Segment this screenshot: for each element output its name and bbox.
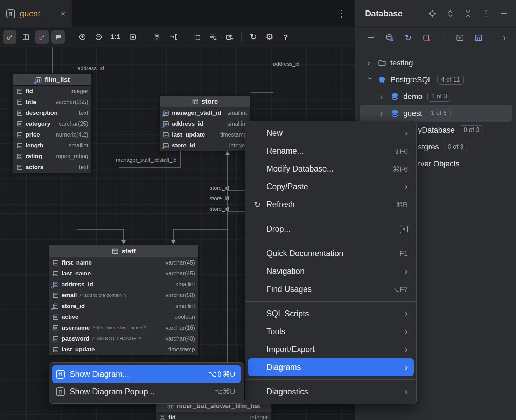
column-icon [16,164,23,170]
tree-item-postgresql[interactable]: › PostgreSQL 4 of 11 [360,71,512,88]
table-column-row[interactable]: password /* DO NOT CHANGE */ varchar(40) [49,333,198,344]
copy-diagram-button[interactable] [190,30,204,44]
table-column-row[interactable]: store_id smallint [49,301,198,312]
close-icon[interactable]: × [61,9,65,19]
export-diagram-button[interactable] [223,30,236,44]
menu-item-show-diagram[interactable]: ⇈ Show Diagram... ⌥⇧⌘U [52,365,241,383]
menu-item[interactable] [245,379,416,380]
table-column-row[interactable]: first_name varchar(45) [49,257,198,268]
menu-item[interactable]: Tools › [248,323,414,341]
chevron-right-icon[interactable]: › [380,93,386,101]
menu-item-show-diagram-popup[interactable]: ⇈ Show Diagram Popup... ⌥⌘U [52,383,241,400]
menu-item[interactable]: Find Usages ⌥F7 [248,280,414,298]
table-column-row[interactable]: address_id smallint [49,279,198,290]
fit-content-button[interactable] [126,30,139,44]
table-column-row[interactable]: email /* add to the domain */ varchar(50… [49,290,198,301]
menu-item[interactable]: Copy/Paste › [248,178,414,196]
database-panel-toolbar: ↻ › [355,27,516,48]
query-console-icon[interactable] [455,33,465,42]
column-icon [53,281,59,288]
table-view-icon[interactable] [474,33,483,42]
menu-item-shortcut: › [405,345,408,354]
folder-icon [378,59,386,67]
table-header[interactable]: film_list [13,74,91,86]
menu-item[interactable]: Diagrams › [248,358,414,376]
tree-item-demo[interactable]: › demo 1 of 3 [360,88,512,105]
expand-all-icon[interactable] [446,9,455,18]
table-column-row[interactable]: category varchar(25) [13,118,91,129]
table-staff[interactable]: staff first_name varchar(45) [49,245,198,355]
table-column-row[interactable]: price numeric(4,2) [13,129,91,140]
table-column-row[interactable]: manager_staff_id smallint [160,107,250,118]
toggle-key-columns-button[interactable] [3,30,16,44]
menu-item[interactable]: Drop... [248,220,414,238]
chevron-right-icon[interactable]: › [367,59,374,67]
add-data-source-icon[interactable] [367,33,376,42]
column-icon [53,325,59,331]
table-column-row[interactable]: active boolean [49,312,198,322]
toggle-comments-button[interactable] [51,30,65,44]
table-column-row[interactable]: rating mpaa_rating [13,151,91,162]
menu-item-shortcut: › [405,128,408,138]
diagram-toolbar: 1:1 ↻ ⚙ ? [0,27,355,47]
toolbar-separator [145,33,145,42]
menu-item[interactable]: New › [248,124,414,142]
menu-item[interactable]: Import/Export › [248,341,414,358]
panel-more-options-icon[interactable]: ⋮ [481,9,490,18]
data-source-properties-icon[interactable] [385,33,394,42]
chevron-down-icon[interactable]: › [366,77,374,83]
editor-more-options-icon[interactable]: ⋮ [337,8,347,19]
menu-item[interactable]: Rename... ⇧F6 [248,142,414,160]
column-icon [16,153,23,160]
diagram-icon: ⇈ [56,370,65,379]
table-column-row[interactable]: store_id integer [160,140,250,151]
table-column-row[interactable]: username /* first_name.last_name */ varc… [49,322,198,333]
table-column-row[interactable]: address_id smallint [160,118,250,129]
table-header[interactable]: store [160,96,250,107]
menu-item[interactable]: Quick Documentation F1 [248,245,414,262]
table-column-row[interactable]: actors text [13,162,91,173]
menu-item[interactable]: Navigation › [248,262,414,280]
menu-item[interactable] [245,241,416,241]
actual-size-button[interactable]: 1:1 [108,33,123,41]
table-column-row[interactable]: last_update timestamp [160,129,250,140]
tree-item-guest[interactable]: › guest 1 of 6 [360,105,512,122]
disconnect-icon[interactable] [422,33,431,42]
hide-panel-icon[interactable] [499,9,508,18]
table-column-row[interactable]: last_name varchar(45) [49,268,198,279]
table-column-row[interactable]: description text [13,107,91,118]
settings-gear-icon[interactable]: ⚙ [263,30,276,44]
table-column-row[interactable]: fid integer [13,86,91,97]
panel-chevron-right-icon[interactable]: › [500,33,509,42]
menu-item[interactable]: Modify Database... ⌘F6 [248,160,414,178]
table-column-row[interactable]: last_update timestamp [49,344,198,355]
table-header[interactable]: staff [49,245,198,257]
menu-item[interactable]: Diagnostics › [248,383,414,401]
table-film-list[interactable]: film_list fid integer [13,74,92,173]
toolbar-separator [443,33,444,42]
table-column-row[interactable]: fid integer [156,412,271,420]
object-list-button[interactable] [207,30,220,44]
collapse-all-icon[interactable] [463,9,473,18]
toggle-columns-panel-button[interactable] [19,30,33,44]
toggle-foreign-keys-button[interactable] [35,30,49,44]
table-column-row[interactable]: title varchar(255) [13,97,91,107]
table-column-row[interactable]: length smallint [13,140,91,151]
menu-item[interactable] [245,217,416,217]
tree-item-testing[interactable]: › testing [360,55,512,71]
menu-item[interactable]: ↻ Refresh ⌘R [248,196,414,214]
locate-icon[interactable] [428,9,437,18]
panel-title: Database [365,9,403,19]
help-button[interactable]: ? [279,30,292,44]
zoom-out-button[interactable] [92,30,105,44]
menu-item[interactable] [245,301,416,302]
sync-icon[interactable]: ↻ [404,33,413,42]
refresh-button[interactable]: ↻ [247,30,260,44]
table-store[interactable]: store manager_staff_id smallint [159,95,250,151]
menu-item[interactable]: SQL Scripts › [248,305,414,323]
route-edges-button[interactable] [166,30,180,44]
apply-layout-button[interactable] [150,30,163,44]
zoom-in-button[interactable] [76,30,89,44]
tab-guest[interactable]: ⇈ guest × [0,0,72,27]
chevron-right-icon[interactable]: › [380,110,386,118]
